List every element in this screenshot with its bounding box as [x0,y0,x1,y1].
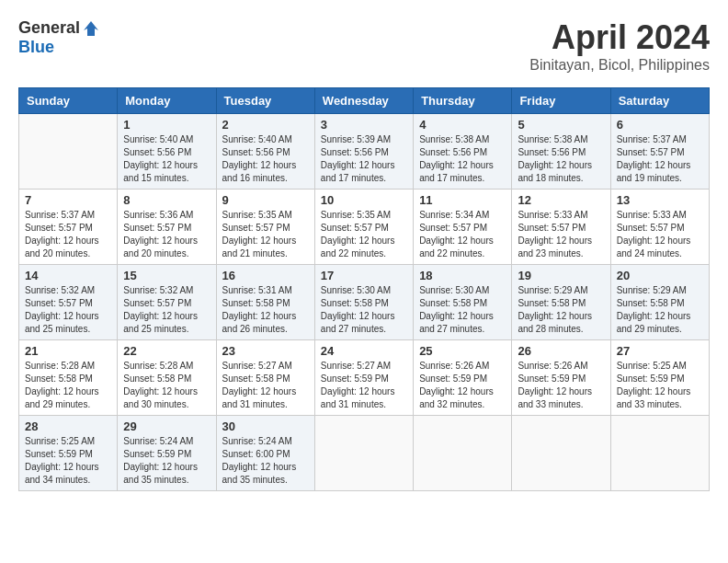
day-number: 7 [25,193,111,207]
calendar-cell: 17Sunrise: 5:30 AM Sunset: 5:58 PM Dayli… [314,265,413,340]
calendar-cell: 22Sunrise: 5:28 AM Sunset: 5:58 PM Dayli… [118,340,216,416]
day-info: Sunrise: 5:28 AM Sunset: 5:58 PM Dayligh… [123,360,210,411]
calendar-table: SundayMondayTuesdayWednesdayThursdayFrid… [18,87,710,491]
calendar-cell: 26Sunrise: 5:26 AM Sunset: 5:59 PM Dayli… [512,340,610,416]
day-info: Sunrise: 5:37 AM Sunset: 5:57 PM Dayligh… [25,209,111,260]
calendar-week-row: 21Sunrise: 5:28 AM Sunset: 5:58 PM Dayli… [19,340,710,416]
day-info: Sunrise: 5:32 AM Sunset: 5:57 PM Dayligh… [123,284,210,336]
calendar-cell [610,416,709,491]
calendar-week-row: 14Sunrise: 5:32 AM Sunset: 5:57 PM Dayli… [19,265,710,340]
day-info: Sunrise: 5:34 AM Sunset: 5:57 PM Dayligh… [419,209,506,260]
day-number: 5 [518,118,604,132]
calendar-day-header: Wednesday [314,88,413,114]
day-number: 20 [617,269,703,282]
day-info: Sunrise: 5:35 AM Sunset: 5:57 PM Dayligh… [222,209,309,260]
calendar-cell: 6Sunrise: 5:37 AM Sunset: 5:57 PM Daylig… [610,114,709,190]
calendar-cell: 16Sunrise: 5:31 AM Sunset: 5:58 PM Dayli… [216,265,314,340]
calendar-cell: 30Sunrise: 5:24 AM Sunset: 6:00 PM Dayli… [216,416,314,491]
calendar-cell: 24Sunrise: 5:27 AM Sunset: 5:59 PM Dayli… [314,340,413,416]
day-info: Sunrise: 5:28 AM Sunset: 5:58 PM Dayligh… [25,360,111,411]
day-info: Sunrise: 5:35 AM Sunset: 5:57 PM Dayligh… [321,209,407,260]
day-number: 21 [25,344,111,358]
day-number: 19 [518,269,604,282]
day-number: 27 [617,344,703,358]
calendar-cell: 12Sunrise: 5:33 AM Sunset: 5:57 PM Dayli… [512,190,610,265]
calendar-day-header: Tuesday [216,88,314,114]
day-number: 3 [321,118,407,132]
calendar-cell: 4Sunrise: 5:38 AM Sunset: 5:56 PM Daylig… [414,114,512,190]
calendar-cell [314,416,413,491]
calendar-cell [19,114,118,190]
day-number: 14 [25,269,111,282]
day-info: Sunrise: 5:38 AM Sunset: 5:56 PM Dayligh… [518,133,604,185]
day-info: Sunrise: 5:25 AM Sunset: 5:59 PM Dayligh… [617,360,703,411]
day-info: Sunrise: 5:29 AM Sunset: 5:58 PM Dayligh… [518,284,604,336]
day-info: Sunrise: 5:33 AM Sunset: 5:57 PM Dayligh… [617,209,703,260]
calendar-week-row: 7Sunrise: 5:37 AM Sunset: 5:57 PM Daylig… [19,190,710,265]
day-info: Sunrise: 5:30 AM Sunset: 5:58 PM Dayligh… [321,284,407,336]
calendar-cell: 10Sunrise: 5:35 AM Sunset: 5:57 PM Dayli… [314,190,413,265]
calendar-cell: 27Sunrise: 5:25 AM Sunset: 5:59 PM Dayli… [610,340,709,416]
calendar-cell: 2Sunrise: 5:40 AM Sunset: 5:56 PM Daylig… [216,114,314,190]
day-number: 15 [123,269,210,282]
calendar-cell: 11Sunrise: 5:34 AM Sunset: 5:57 PM Dayli… [414,190,512,265]
day-info: Sunrise: 5:29 AM Sunset: 5:58 PM Dayligh… [617,284,703,336]
day-info: Sunrise: 5:40 AM Sunset: 5:56 PM Dayligh… [123,133,210,185]
day-number: 10 [321,193,407,207]
day-number: 13 [617,193,703,207]
day-number: 22 [123,344,210,358]
calendar-cell: 18Sunrise: 5:30 AM Sunset: 5:58 PM Dayli… [414,265,512,340]
day-info: Sunrise: 5:30 AM Sunset: 5:58 PM Dayligh… [419,284,506,336]
logo: General Blue [18,18,100,57]
day-number: 25 [419,344,506,358]
month-title: April 2024 [529,18,710,57]
day-number: 11 [419,193,506,207]
day-number: 8 [123,193,210,207]
svg-marker-0 [84,21,98,36]
day-number: 16 [222,269,309,282]
day-info: Sunrise: 5:38 AM Sunset: 5:56 PM Dayligh… [419,133,506,185]
calendar-cell: 19Sunrise: 5:29 AM Sunset: 5:58 PM Dayli… [512,265,610,340]
calendar-header-row: SundayMondayTuesdayWednesdayThursdayFrid… [19,88,710,114]
location-text: Binitayan, Bicol, Philippines [529,57,710,74]
day-info: Sunrise: 5:27 AM Sunset: 5:59 PM Dayligh… [321,360,407,411]
day-info: Sunrise: 5:31 AM Sunset: 5:58 PM Dayligh… [222,284,309,336]
day-number: 30 [222,419,309,433]
day-number: 1 [123,118,210,132]
calendar-week-row: 1Sunrise: 5:40 AM Sunset: 5:56 PM Daylig… [19,114,710,190]
day-number: 28 [25,419,111,433]
day-info: Sunrise: 5:33 AM Sunset: 5:57 PM Dayligh… [518,209,604,260]
calendar-day-header: Sunday [19,88,118,114]
calendar-cell: 15Sunrise: 5:32 AM Sunset: 5:57 PM Dayli… [118,265,216,340]
day-number: 23 [222,344,309,358]
title-section: April 2024 Binitayan, Bicol, Philippines [529,18,710,74]
day-number: 17 [321,269,407,282]
calendar-day-header: Saturday [610,88,709,114]
calendar-cell [414,416,512,491]
day-number: 4 [419,118,506,132]
day-info: Sunrise: 5:40 AM Sunset: 5:56 PM Dayligh… [222,133,309,185]
day-number: 24 [321,344,407,358]
day-info: Sunrise: 5:26 AM Sunset: 5:59 PM Dayligh… [518,360,604,411]
day-info: Sunrise: 5:32 AM Sunset: 5:57 PM Dayligh… [25,284,111,336]
calendar-cell: 5Sunrise: 5:38 AM Sunset: 5:56 PM Daylig… [512,114,610,190]
day-info: Sunrise: 5:24 AM Sunset: 6:00 PM Dayligh… [222,435,309,487]
day-number: 26 [518,344,604,358]
calendar-day-header: Monday [118,88,216,114]
day-info: Sunrise: 5:26 AM Sunset: 5:59 PM Dayligh… [419,360,506,411]
day-number: 12 [518,193,604,207]
calendar-week-row: 28Sunrise: 5:25 AM Sunset: 5:59 PM Dayli… [19,416,710,491]
calendar-cell [512,416,610,491]
day-number: 2 [222,118,309,132]
calendar-cell: 29Sunrise: 5:24 AM Sunset: 5:59 PM Dayli… [118,416,216,491]
calendar-cell: 28Sunrise: 5:25 AM Sunset: 5:59 PM Dayli… [19,416,118,491]
day-info: Sunrise: 5:36 AM Sunset: 5:57 PM Dayligh… [123,209,210,260]
day-info: Sunrise: 5:39 AM Sunset: 5:56 PM Dayligh… [321,133,407,185]
day-info: Sunrise: 5:25 AM Sunset: 5:59 PM Dayligh… [25,435,111,487]
day-info: Sunrise: 5:27 AM Sunset: 5:58 PM Dayligh… [222,360,309,411]
day-number: 18 [419,269,506,282]
calendar-cell: 1Sunrise: 5:40 AM Sunset: 5:56 PM Daylig… [118,114,216,190]
calendar-cell: 23Sunrise: 5:27 AM Sunset: 5:58 PM Dayli… [216,340,314,416]
logo-icon [82,19,100,38]
day-info: Sunrise: 5:37 AM Sunset: 5:57 PM Dayligh… [617,133,703,185]
